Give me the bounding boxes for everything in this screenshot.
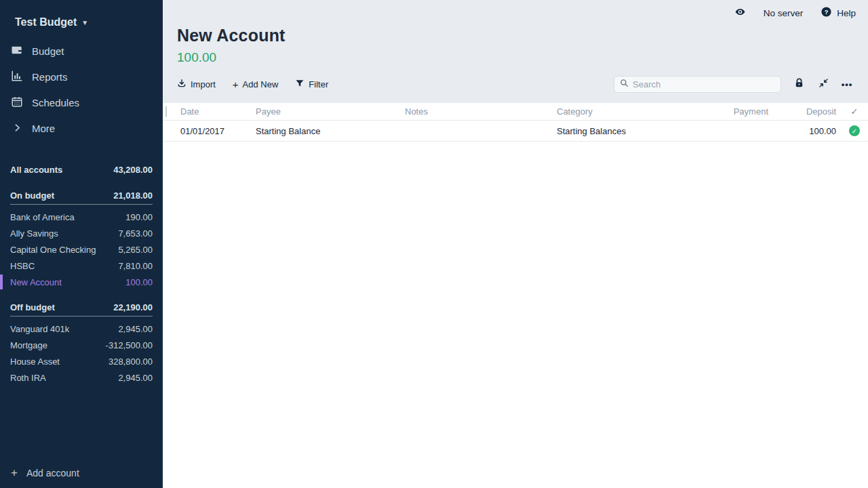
top-bar: No server ? Help (163, 0, 868, 26)
all-accounts-label: All accounts (10, 165, 62, 175)
add-new-label: Add New (243, 79, 279, 89)
sidebar: Test Budget ▼ Budget Reports Schedules (0, 0, 163, 488)
account-balance-total[interactable]: 100.00 (177, 50, 868, 65)
account-balance: 7,653.00 (118, 228, 153, 239)
account-balance: 328,800.00 (108, 357, 153, 367)
bar-chart-icon (11, 70, 23, 84)
account-name: Bank of America (10, 212, 75, 222)
cell-payee[interactable]: Starting Balance (254, 126, 403, 136)
account-item-bank-of-america[interactable]: Bank of America 190.00 (0, 209, 163, 225)
column-header-notes[interactable]: Notes (403, 106, 556, 117)
lock-button[interactable] (791, 78, 806, 90)
select-all-cell (163, 106, 179, 117)
import-label: Import (191, 79, 216, 89)
account-name: Mortgage (10, 340, 47, 350)
eye-icon (734, 6, 746, 20)
filter-label: Filter (309, 79, 328, 89)
account-balance: 5,265.00 (118, 245, 153, 255)
column-header-date[interactable]: Date (179, 106, 254, 117)
add-account-label: Add account (26, 468, 79, 479)
sidebar-item-label: Budget (32, 45, 64, 57)
plus-icon: + (233, 79, 239, 89)
table-empty-area (163, 142, 868, 488)
sidebar-item-reports[interactable]: Reports (0, 64, 163, 89)
all-accounts-value: 43,208.00 (113, 165, 153, 175)
all-accounts-row[interactable]: All accounts 43,208.00 (0, 161, 163, 178)
wallet-icon (11, 44, 23, 58)
account-balance: 2,945.00 (118, 324, 153, 334)
chevron-right-icon (11, 123, 23, 134)
search-input[interactable] (633, 79, 775, 89)
help-button[interactable]: ? Help (821, 6, 856, 20)
column-header-category[interactable]: Category (556, 106, 685, 117)
sidebar-item-budget[interactable]: Budget (0, 38, 163, 64)
sidebar-item-more[interactable]: More (0, 115, 163, 141)
chevron-down-icon: ▼ (81, 19, 88, 26)
account-menu-button[interactable]: ••• (840, 79, 854, 89)
account-balance: 190.00 (125, 212, 153, 222)
import-button[interactable]: Import (177, 79, 216, 90)
privacy-toggle-button[interactable] (734, 6, 746, 20)
account-item-house-asset[interactable]: House Asset 328,800.00 (0, 353, 163, 369)
budget-name: Test Budget (15, 16, 77, 28)
sidebar-nav: Budget Reports Schedules More (0, 38, 163, 141)
ellipsis-icon: ••• (842, 79, 853, 89)
table-header-row: Date Payee Notes Category Payment Deposi… (163, 103, 868, 121)
sidebar-item-schedules[interactable]: Schedules (0, 89, 163, 115)
check-icon: ✓ (851, 106, 859, 117)
account-toolbar: Import + Add New Filter (163, 75, 868, 93)
sidebar-item-label: More (32, 123, 55, 134)
column-header-payment[interactable]: Payment (685, 106, 773, 117)
filter-icon (295, 79, 304, 90)
account-item-new-account[interactable]: New Account 100.00 (0, 274, 163, 290)
budget-switcher[interactable]: Test Budget ▼ (15, 16, 163, 28)
select-all-checkbox[interactable] (165, 106, 167, 117)
account-name: Roth IRA (10, 373, 46, 383)
account-item-roth-ira[interactable]: Roth IRA 2,945.00 (0, 369, 163, 386)
account-item-capital-one-checking[interactable]: Capital One Checking 5,265.00 (0, 241, 163, 258)
filter-button[interactable]: Filter (295, 79, 328, 90)
on-budget-header[interactable]: On budget 21,018.00 (10, 187, 153, 205)
cell-deposit[interactable]: 100.00 (773, 126, 841, 136)
collapse-icon (818, 78, 829, 90)
on-budget-value: 21,018.00 (113, 190, 153, 201)
server-status-label: No server (764, 8, 804, 18)
column-header-cleared[interactable]: ✓ (841, 106, 868, 117)
account-item-ally-savings[interactable]: Ally Savings 7,653.00 (0, 225, 163, 241)
cleared-check-icon[interactable]: ✓ (849, 125, 860, 136)
account-balance: 2,945.00 (118, 373, 153, 383)
off-budget-value: 22,190.00 (113, 302, 153, 312)
add-account-button[interactable]: + Add account (0, 464, 163, 483)
account-item-hsbc[interactable]: HSBC 7,810.00 (0, 258, 163, 274)
account-balance: 100.00 (125, 277, 153, 287)
column-header-payee[interactable]: Payee (254, 106, 403, 117)
search-icon (620, 79, 629, 89)
account-name: Vanguard 401k (10, 324, 69, 334)
accounts-list: All accounts 43,208.00 On budget 21,018.… (0, 161, 163, 386)
server-status[interactable]: No server (764, 8, 804, 18)
import-icon (177, 79, 186, 90)
help-label: Help (837, 8, 856, 18)
sidebar-item-label: Reports (32, 71, 68, 83)
table-row[interactable]: 01/01/2017 Starting Balance Starting Bal… (163, 121, 868, 142)
svg-text:?: ? (825, 9, 829, 16)
account-item-vanguard-401k[interactable]: Vanguard 401k 2,945.00 (0, 321, 163, 337)
on-budget-label: On budget (10, 190, 54, 201)
plus-icon: + (11, 466, 18, 480)
lock-icon (794, 78, 804, 90)
cell-date[interactable]: 01/01/2017 (179, 126, 254, 136)
calendar-icon (11, 96, 23, 110)
account-name: HSBC (10, 261, 35, 271)
column-header-deposit[interactable]: Deposit (773, 106, 841, 117)
account-item-mortgage[interactable]: Mortgage -312,500.00 (0, 337, 163, 353)
account-header: New Account 100.00 (163, 26, 868, 65)
add-new-button[interactable]: + Add New (233, 79, 279, 89)
transactions-table: Date Payee Notes Category Payment Deposi… (163, 103, 868, 488)
main-panel: No server ? Help New Account 100.00 Impo… (163, 0, 868, 488)
account-name: House Asset (10, 357, 60, 367)
collapse-rows-button[interactable] (816, 78, 831, 90)
cell-category[interactable]: Starting Balances (556, 126, 685, 136)
account-name: Capital One Checking (10, 245, 96, 255)
off-budget-header[interactable]: Off budget 22,190.00 (10, 299, 153, 317)
account-balance: 7,810.00 (118, 261, 153, 271)
